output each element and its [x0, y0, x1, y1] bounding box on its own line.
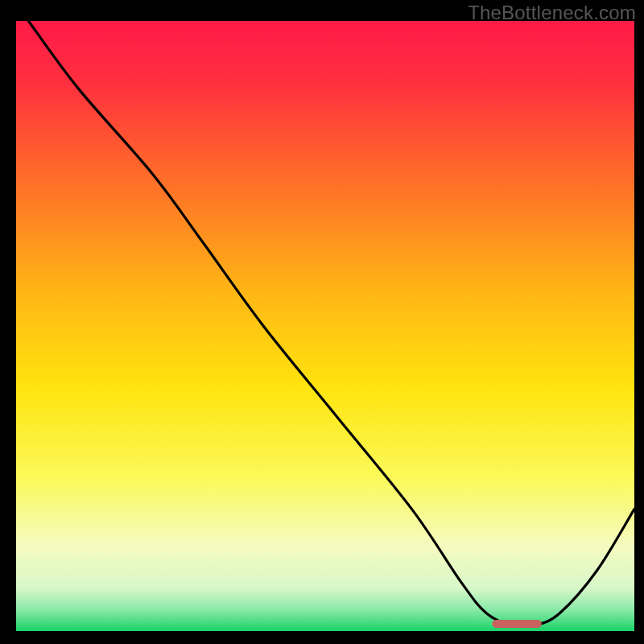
chart-container: TheBottleneck.com — [0, 0, 644, 644]
plot-frame — [16, 21, 634, 631]
optimum-marker — [492, 620, 541, 628]
attribution-label: TheBottleneck.com — [468, 2, 636, 24]
gradient-background — [16, 21, 634, 631]
bottleneck-chart — [16, 21, 634, 631]
